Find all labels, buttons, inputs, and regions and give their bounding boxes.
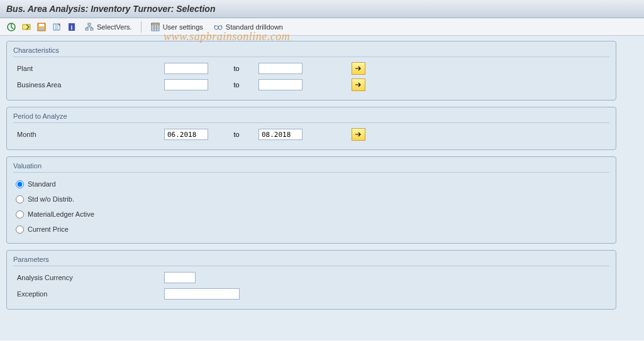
analysis-currency-label: Analysis Currency xyxy=(13,274,164,281)
content-area: Characteristics Plant to Business Area t… xyxy=(0,36,644,340)
get-variant-icon[interactable] xyxy=(20,21,33,33)
valuation-standard-radio[interactable] xyxy=(16,180,24,188)
period-group: Period to Analyze Month to xyxy=(6,107,616,150)
svg-rect-8 xyxy=(88,23,91,25)
parameters-group: Parameters Analysis Currency Exception xyxy=(6,250,616,310)
business-area-row: Business Area to xyxy=(13,77,609,92)
svg-rect-12 xyxy=(152,23,159,25)
month-row: Month to xyxy=(13,127,609,142)
characteristics-title: Characteristics xyxy=(13,46,609,57)
valuation-material-ledger-label: MaterialLedger Active xyxy=(28,210,94,218)
to-label: to xyxy=(233,81,239,89)
to-label: to xyxy=(233,65,239,72)
period-title: Period to Analyze xyxy=(13,112,609,123)
table-icon xyxy=(150,22,160,32)
analysis-currency-input[interactable] xyxy=(164,272,196,283)
window-title-bar: Bus. Area Analysis: Inventory Turnover: … xyxy=(0,0,644,18)
valuation-std-wo-distrib-option[interactable]: Std w/o Distrib. xyxy=(13,192,609,207)
user-settings-label: User settings xyxy=(163,23,203,31)
valuation-std-wo-distrib-label: Std w/o Distrib. xyxy=(28,195,74,203)
arrow-right-icon xyxy=(355,82,362,88)
month-from-input[interactable] xyxy=(164,129,208,140)
valuation-current-price-radio[interactable] xyxy=(16,225,24,234)
standard-drilldown-button[interactable]: Standard drilldown xyxy=(209,21,287,33)
window-title: Bus. Area Analysis: Inventory Turnover: … xyxy=(6,4,215,14)
to-label: to xyxy=(233,131,239,138)
valuation-standard-label: Standard xyxy=(28,180,56,188)
exception-input[interactable] xyxy=(164,288,240,300)
valuation-std-wo-distrib-radio[interactable] xyxy=(16,195,24,203)
parameters-title: Parameters xyxy=(13,256,609,266)
business-area-to-input[interactable] xyxy=(258,79,303,90)
select-vers-button[interactable]: SelectVers. xyxy=(80,21,136,33)
selection-options-icon[interactable] xyxy=(50,21,63,33)
exception-row: Exception xyxy=(13,286,609,301)
hierarchy-icon xyxy=(84,22,94,32)
svg-rect-3 xyxy=(39,24,44,26)
svg-rect-10 xyxy=(91,28,93,30)
glasses-icon xyxy=(213,22,223,32)
toolbar-separator xyxy=(141,21,142,33)
valuation-material-ledger-radio[interactable] xyxy=(16,210,24,219)
svg-text:i: i xyxy=(71,24,73,31)
arrow-right-icon xyxy=(355,65,362,72)
plant-multiple-selection-button[interactable] xyxy=(352,62,365,75)
svg-rect-4 xyxy=(40,28,43,30)
execute-icon[interactable] xyxy=(5,21,18,33)
valuation-current-price-label: Current Price xyxy=(28,225,69,233)
characteristics-group: Characteristics Plant to Business Area t… xyxy=(6,41,616,100)
month-label: Month xyxy=(13,131,164,138)
application-toolbar: i SelectVers. User settings Standard dri… xyxy=(0,18,644,36)
month-multiple-selection-button[interactable] xyxy=(352,128,365,141)
plant-from-input[interactable] xyxy=(164,63,208,74)
information-icon[interactable]: i xyxy=(65,21,78,33)
month-to-input[interactable] xyxy=(258,129,303,140)
business-area-label: Business Area xyxy=(13,81,164,89)
analysis-currency-row: Analysis Currency xyxy=(13,270,609,285)
valuation-standard-option[interactable]: Standard xyxy=(13,176,609,192)
plant-to-input[interactable] xyxy=(258,63,303,74)
valuation-title: Valuation xyxy=(13,162,609,173)
plant-label: Plant xyxy=(13,65,164,72)
select-vers-label: SelectVers. xyxy=(97,23,132,31)
exception-label: Exception xyxy=(13,290,164,298)
business-area-multiple-selection-button[interactable] xyxy=(352,78,365,91)
standard-drilldown-label: Standard drilldown xyxy=(226,23,283,31)
valuation-current-price-option[interactable]: Current Price xyxy=(13,222,609,237)
svg-rect-9 xyxy=(86,28,88,30)
valuation-material-ledger-option[interactable]: MaterialLedger Active xyxy=(13,207,609,222)
arrow-right-icon xyxy=(355,131,362,138)
business-area-from-input[interactable] xyxy=(164,79,208,90)
valuation-group: Valuation Standard Std w/o Distrib. Mate… xyxy=(6,156,616,244)
plant-row: Plant to xyxy=(13,61,609,76)
user-settings-button[interactable]: User settings xyxy=(147,21,207,33)
save-icon[interactable] xyxy=(35,21,48,33)
